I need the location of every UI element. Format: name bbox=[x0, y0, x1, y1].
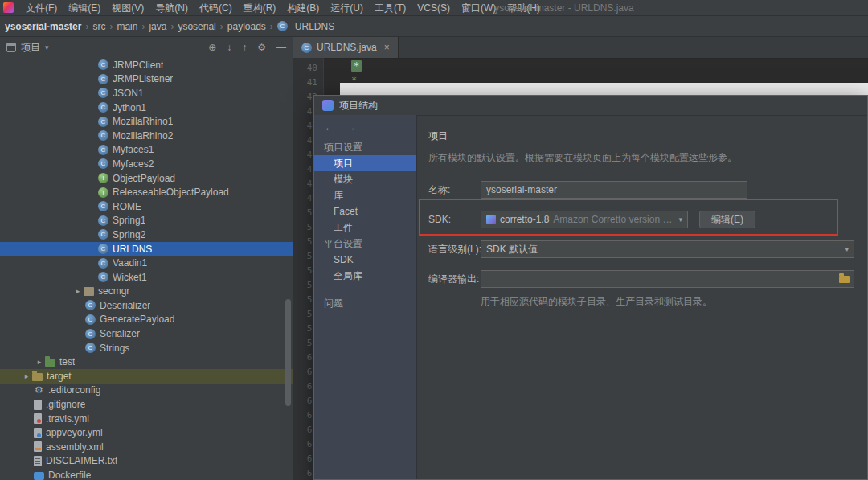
class-icon bbox=[98, 215, 108, 226]
tree-row-jrmpclient[interactable]: JRMPClient bbox=[0, 58, 293, 72]
menu-item-u[interactable]: 运行(U) bbox=[325, 0, 369, 16]
file-icon bbox=[34, 400, 42, 410]
tree-row-editorconfig[interactable]: ⚙.editorconfig bbox=[0, 384, 293, 398]
tree-row-objectpayload[interactable]: ObjectPayload bbox=[0, 171, 293, 186]
class-icon bbox=[98, 244, 108, 254]
jdk-icon bbox=[486, 215, 496, 224]
tree-row-secmgr[interactable]: ▸secmgr bbox=[0, 285, 293, 299]
settings-gear-icon[interactable]: ⚙ bbox=[257, 43, 266, 52]
compiler-output-input[interactable] bbox=[481, 270, 854, 288]
hide-panel-icon[interactable]: — bbox=[276, 43, 286, 52]
tree-row-wicket1[interactable]: Wicket1 bbox=[0, 270, 293, 285]
breadcrumb-label: main bbox=[117, 21, 137, 32]
breadcrumb-item-payloads[interactable]: payloads bbox=[226, 21, 268, 32]
menu-item-b[interactable]: 构建(B) bbox=[281, 0, 325, 16]
sdk-edit-button[interactable]: 编辑(E) bbox=[699, 211, 755, 228]
chevron-right-icon[interactable]: ▸ bbox=[21, 372, 32, 380]
breadcrumb-item-ysoserial[interactable]: ysoserial bbox=[176, 21, 217, 32]
tree-row-releaseableobjectpayload[interactable]: ReleaseableObjectPayload bbox=[0, 185, 293, 199]
tree-item-label: ReleaseableObjectPayload bbox=[113, 187, 229, 198]
menu-items: 文件(F)编辑(E)视图(V)导航(N)代码(C)重构(R)构建(B)运行(U)… bbox=[20, 0, 546, 16]
dialog-nav-item: 平台设置 bbox=[314, 236, 416, 252]
class-icon bbox=[98, 229, 108, 240]
tree-item-label: ROME bbox=[113, 201, 141, 212]
breadcrumb-item-main[interactable]: main bbox=[115, 21, 139, 32]
tree-row-jrmplistener[interactable]: JRMPListener bbox=[0, 72, 293, 87]
breadcrumb-item-urldns[interactable]: URLDNS bbox=[276, 21, 336, 32]
menu-item-v[interactable]: 视图(V) bbox=[106, 0, 149, 16]
tree-row-target[interactable]: ▸target bbox=[0, 369, 293, 384]
forward-icon[interactable]: → bbox=[346, 121, 356, 133]
tree-item-label: Myfaces1 bbox=[113, 144, 154, 155]
class-icon bbox=[98, 158, 108, 169]
menu-item-r[interactable]: 重构(R) bbox=[238, 0, 282, 16]
breadcrumb-item-src[interactable]: src bbox=[91, 21, 107, 32]
dialog-nav-item[interactable]: 项目 bbox=[314, 155, 416, 171]
breadcrumb-separator-icon: › bbox=[270, 21, 273, 32]
dialog-nav-item[interactable]: 工件 bbox=[314, 219, 416, 236]
chevron-down-icon[interactable]: ▾ bbox=[45, 43, 49, 51]
close-tab-icon[interactable]: × bbox=[384, 42, 390, 53]
dialog-nav-item[interactable]: 模块 bbox=[314, 171, 416, 187]
breadcrumb-item-ysoserial-master[interactable]: ysoserial-master bbox=[3, 21, 83, 32]
tree-row-json1[interactable]: JSON1 bbox=[0, 86, 293, 101]
tree-row-dockerfile[interactable]: Dockerfile bbox=[0, 468, 293, 480]
tree-row-appveyor-yml[interactable]: appveyor.yml bbox=[0, 425, 293, 440]
tree-row-deserializer[interactable]: Deserializer bbox=[0, 298, 293, 313]
tree-row-assembly-xml[interactable]: assembly.xml bbox=[0, 440, 293, 454]
scrollbar-thumb[interactable] bbox=[285, 299, 291, 406]
tree-row-gitignore[interactable]: .gitignore bbox=[0, 397, 293, 412]
tree-row-spring1[interactable]: Spring1 bbox=[0, 214, 293, 228]
breadcrumb: ysoserial-master›src›main›java›ysoserial… bbox=[0, 16, 868, 37]
tree-row-myfaces2[interactable]: Myfaces2 bbox=[0, 157, 293, 171]
tree-row-vaadin1[interactable]: Vaadin1 bbox=[0, 256, 293, 270]
dialog-nav-facet[interactable]: Facet bbox=[314, 203, 416, 219]
dialog-nav-item[interactable]: 库 bbox=[314, 187, 416, 203]
tree-row-urldns[interactable]: URLDNS bbox=[0, 242, 293, 256]
breadcrumb-separator-icon: › bbox=[220, 21, 223, 32]
tree-item-label: target bbox=[47, 371, 72, 382]
collapse-all-icon[interactable]: ↑ bbox=[242, 43, 247, 52]
tree-item-label: GeneratePayload bbox=[100, 314, 174, 325]
tree-row-disclaimer-txt[interactable]: DISCLAIMER.txt bbox=[0, 454, 293, 469]
breadcrumb-separator-icon: › bbox=[170, 21, 174, 32]
breadcrumb-item-java[interactable]: java bbox=[147, 21, 168, 32]
menu-item-e[interactable]: 编辑(E) bbox=[63, 0, 106, 16]
tree-row-strings[interactable]: Strings bbox=[0, 341, 293, 355]
tree-row-spring2[interactable]: Spring2 bbox=[0, 228, 293, 242]
dialog-nav-sdk[interactable]: SDK bbox=[314, 252, 416, 268]
chevron-right-icon[interactable]: ▸ bbox=[72, 287, 84, 295]
dialog-nav-item[interactable]: 全局库 bbox=[314, 268, 416, 284]
yml2-icon bbox=[34, 428, 42, 438]
tree-row-test[interactable]: ▸test bbox=[0, 355, 293, 369]
menu-item-t[interactable]: 工具(T) bbox=[369, 0, 411, 16]
project-panel-title[interactable]: 项目 bbox=[21, 41, 40, 55]
project-name-input[interactable] bbox=[481, 181, 747, 199]
tree-item-label: JSON1 bbox=[113, 88, 144, 99]
tree-row-mozillarhino2[interactable]: MozillaRhino2 bbox=[0, 129, 293, 143]
menu-item-c[interactable]: 代码(C) bbox=[194, 0, 238, 16]
tab-label: URLDNS.java bbox=[317, 42, 377, 53]
folder-icon[interactable] bbox=[839, 276, 850, 283]
tree-row-myfaces1[interactable]: Myfaces1 bbox=[0, 143, 293, 158]
interface-icon bbox=[98, 187, 108, 198]
menu-item-f[interactable]: 文件(F) bbox=[20, 0, 63, 16]
breadcrumb-label: java bbox=[149, 21, 166, 32]
back-icon[interactable]: ← bbox=[324, 121, 334, 133]
scroll-from-source-icon[interactable]: ↓ bbox=[227, 43, 231, 52]
tree-row-jython1[interactable]: Jython1 bbox=[0, 101, 293, 115]
tree-row-generatepayload[interactable]: GeneratePayload bbox=[0, 313, 293, 327]
language-level-combobox[interactable]: SDK 默认值 ▾ bbox=[481, 240, 854, 258]
tab-urldns-java[interactable]: URLDNS.java × bbox=[293, 37, 399, 58]
menu-item-n[interactable]: 导航(N) bbox=[149, 0, 194, 16]
chevron-right-icon[interactable]: ▸ bbox=[34, 358, 45, 366]
tree-row-serializer[interactable]: Serializer bbox=[0, 326, 293, 341]
tree-row-rome[interactable]: ROME bbox=[0, 199, 293, 214]
tree-row-mozillarhino1[interactable]: MozillaRhino1 bbox=[0, 114, 293, 129]
menu-item-vcs-s[interactable]: VCS(S) bbox=[411, 0, 456, 16]
tree-item-label: .editorconfig bbox=[48, 384, 100, 396]
sdk-combobox[interactable]: corretto-1.8 Amazon Corretto version 1.8… bbox=[481, 211, 688, 228]
tree-row-travis-yml[interactable]: .travis.yml bbox=[0, 412, 293, 426]
tree-item-label: test bbox=[59, 356, 75, 367]
locate-icon[interactable]: ⊕ bbox=[208, 43, 216, 52]
